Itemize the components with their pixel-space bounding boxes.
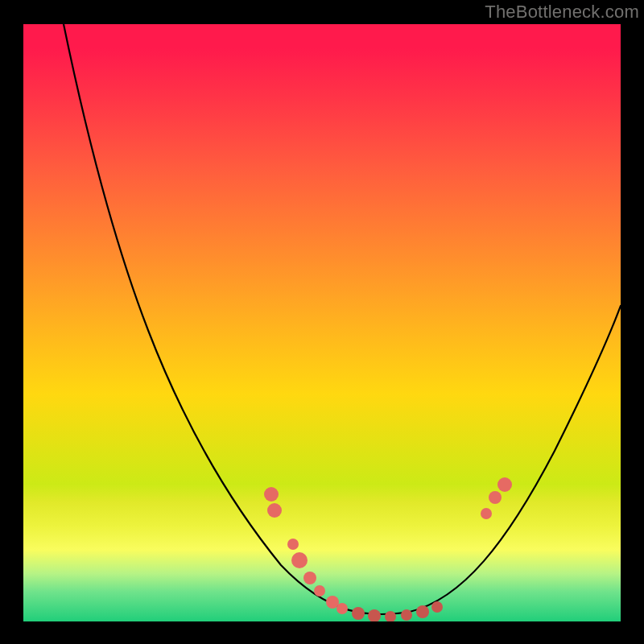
data-dot (368, 609, 381, 621)
data-dot (497, 477, 512, 492)
data-dot (416, 605, 429, 618)
chart-area (23, 24, 621, 621)
data-dot (303, 572, 316, 584)
bottleneck-curve (64, 24, 621, 614)
watermark-text: TheBottleneck.com (485, 2, 639, 23)
data-dot (431, 601, 443, 613)
data-dot (401, 609, 412, 621)
data-dot (287, 539, 299, 550)
data-dot (385, 611, 396, 621)
data-dot (267, 503, 282, 518)
data-dot (352, 607, 365, 620)
dots-group (264, 477, 512, 621)
data-dot (481, 508, 492, 519)
data-dot (489, 491, 502, 504)
data-dot (314, 585, 325, 597)
data-dot (291, 552, 308, 568)
chart-svg (23, 24, 621, 621)
data-dot (336, 603, 348, 614)
data-dot (264, 487, 279, 502)
